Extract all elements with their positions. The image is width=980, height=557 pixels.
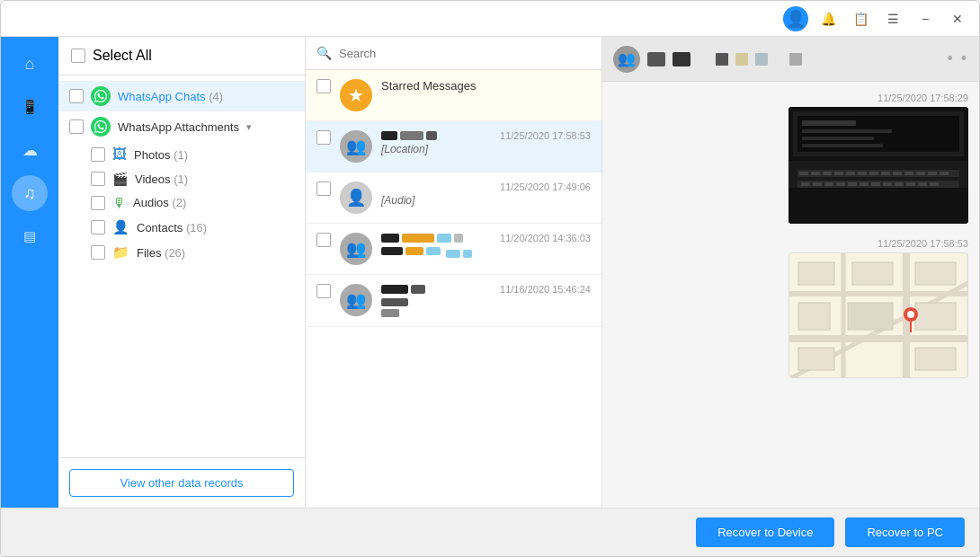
message-group-map: 11/25/2020 17:58:53 [613, 238, 968, 378]
svg-rect-31 [815, 193, 824, 197]
svg-rect-15 [916, 172, 925, 175]
msg4-name-row: 11/16/2020 15:46:24 [381, 284, 591, 295]
svg-rect-65 [915, 262, 956, 285]
svg-rect-44 [834, 204, 897, 208]
sidebar-item-cloud[interactable]: ☁ [12, 132, 48, 168]
msg1-content: 11/25/2020 17:58:53 [Location] [381, 130, 591, 155]
msg4-checkbox[interactable] [316, 284, 331, 298]
sidebar: ⌂ 📱 ☁ ♫ ▤ [1, 37, 58, 508]
svg-point-74 [907, 311, 914, 318]
files-label: Files (26) [137, 246, 185, 260]
svg-rect-8 [834, 172, 843, 175]
msg1-name [381, 131, 437, 140]
minimize-button[interactable]: − [913, 6, 938, 31]
folder-icon: ▤ [23, 228, 36, 244]
contacts-checkbox[interactable] [91, 220, 105, 234]
msg3-name-row: 11/20/2020 14:36:03 [381, 233, 591, 243]
tree-item-whatsapp-chats[interactable]: WhatsApp Chats (4) [58, 81, 305, 111]
msg1-preview: [Location] [381, 143, 591, 155]
msg4-content: 11/16/2020 15:46:24 [381, 284, 591, 317]
right-header-block5 [755, 53, 768, 66]
list-item-msg2[interactable]: 👤 11/25/2020 17:49:06 [Audio] [306, 172, 601, 224]
view-other-records-button[interactable]: View other data records [69, 469, 294, 497]
svg-rect-46 [912, 204, 921, 208]
svg-rect-3 [797, 191, 959, 199]
whatsapp-chats-icon [91, 86, 111, 106]
search-input[interactable] [339, 47, 591, 60]
menu-icon[interactable]: ☰ [880, 6, 905, 31]
close-button[interactable]: ✕ [945, 6, 970, 31]
svg-rect-35 [862, 193, 871, 197]
whatsapp-attachments-icon [91, 117, 111, 137]
svg-rect-17 [940, 172, 949, 175]
svg-rect-7 [823, 172, 832, 175]
msg1-time: 11/25/2020 17:58:53 [500, 130, 591, 141]
msg2-checkbox[interactable] [316, 181, 331, 196]
starred-avatar: ★ [340, 79, 372, 111]
msg3-checkbox[interactable] [316, 233, 331, 247]
photos-checkbox[interactable] [91, 147, 105, 162]
whatsapp-attachments-checkbox[interactable] [69, 119, 84, 134]
recover-pc-button[interactable]: Recover to PC [845, 517, 965, 547]
attachments-chevron-icon: ▾ [246, 121, 252, 133]
right-content: 11/25/2020 17:58:29 [602, 82, 979, 508]
videos-label: Videos (1) [135, 172, 188, 186]
tree-item-contacts[interactable]: 👤 Contacts (16) [58, 215, 305, 240]
msg1-avatar: 👥 [340, 130, 372, 163]
whatsapp-chats-label: WhatsApp Chats (4) [118, 90, 223, 103]
list-item-starred[interactable]: ★ Starred Messages [306, 70, 601, 121]
msg4-name [381, 285, 425, 294]
msg1-checkbox[interactable] [316, 130, 331, 145]
list-item-msg3[interactable]: 👥 11/20/2020 14:36:03 [306, 224, 601, 275]
audios-checkbox[interactable] [91, 196, 105, 210]
sidebar-item-phone[interactable]: 📱 [12, 89, 48, 125]
svg-rect-47 [923, 204, 932, 208]
svg-rect-45 [900, 204, 909, 208]
svg-rect-42 [806, 204, 820, 208]
msg2-time: 11/25/2020 17:49:06 [500, 181, 591, 192]
bell-icon[interactable]: 🔔 [815, 6, 841, 31]
videos-checkbox[interactable] [91, 172, 105, 186]
right-panel-header: 👥 • • [602, 37, 979, 82]
map-image [788, 252, 968, 378]
contacts-label: Contacts (16) [137, 221, 207, 234]
search-icon: 🔍 [316, 46, 332, 60]
image-timestamp: 11/25/2020 17:58:29 [878, 93, 968, 103]
user-avatar-icon[interactable]: 👤 [783, 6, 808, 31]
svg-rect-70 [798, 348, 834, 370]
svg-rect-52 [802, 120, 856, 126]
right-header-block4 [735, 53, 748, 66]
select-all-checkbox[interactable] [71, 49, 85, 63]
list-item-msg4[interactable]: 👥 11/16/2020 15:46:24 [306, 275, 601, 327]
svg-rect-71 [915, 348, 956, 370]
svg-rect-9 [846, 172, 855, 175]
msg2-preview: [Audio] [381, 194, 591, 207]
audios-label: Audios (2) [133, 196, 186, 209]
main-body: ⌂ 📱 ☁ ♫ ▤ Select All [1, 37, 979, 508]
starred-checkbox[interactable] [316, 79, 331, 93]
sidebar-item-music[interactable]: ♫ [12, 175, 48, 211]
sidebar-item-folder[interactable]: ▤ [12, 218, 48, 254]
tree-item-photos[interactable]: 🖼 Photos (1) [58, 142, 305, 167]
tree-item-audios[interactable]: 🎙 Audios (2) [58, 190, 305, 215]
list-item-msg1[interactable]: 👥 11/25/2020 17:58:53 [Location] [306, 121, 601, 172]
files-checkbox[interactable] [91, 245, 105, 260]
tree-item-videos[interactable]: 🎬 Videos (1) [58, 167, 305, 190]
svg-rect-48 [935, 204, 950, 208]
svg-rect-26 [895, 182, 904, 186]
svg-rect-63 [798, 262, 834, 285]
clipboard-icon[interactable]: 📋 [848, 6, 873, 31]
tree-item-whatsapp-attachments[interactable]: WhatsApp Attachments ▾ [58, 111, 305, 142]
recover-device-button[interactable]: Recover to Device [696, 517, 834, 547]
whatsapp-attachments-label: WhatsApp Attachments [118, 120, 239, 134]
sidebar-item-home[interactable]: ⌂ [12, 46, 48, 82]
whatsapp-chats-checkbox[interactable] [69, 89, 84, 103]
right-panel: 👥 • • 11/25/2020 17:58:29 [602, 37, 979, 508]
tree-item-files[interactable]: 📁 Files (26) [58, 240, 305, 265]
middle-panel: 🔍 ★ Starred Messages 👥 [306, 37, 602, 508]
svg-rect-64 [852, 262, 893, 285]
tree-list: WhatsApp Chats (4) WhatsApp Attachments … [58, 75, 305, 457]
svg-rect-30 [804, 193, 813, 197]
svg-rect-6 [811, 172, 820, 175]
left-panel-footer: View other data records [58, 457, 305, 508]
